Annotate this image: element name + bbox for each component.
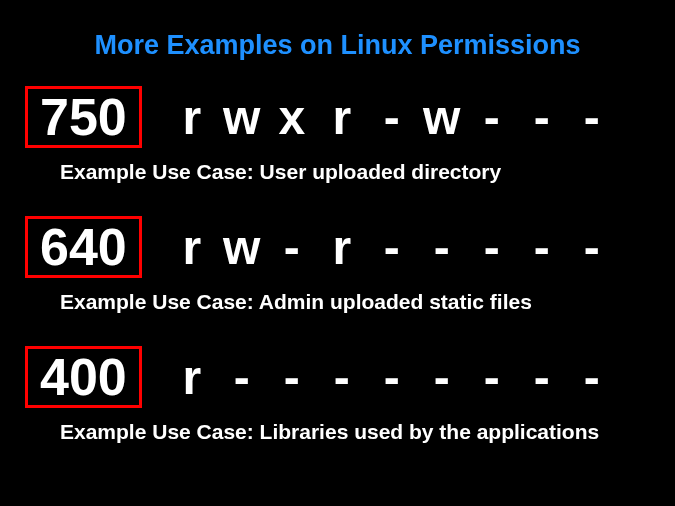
perm-char: r	[317, 90, 367, 145]
perm-char: -	[367, 90, 417, 145]
perm-char: r	[167, 220, 217, 275]
perm-char: -	[417, 350, 467, 405]
perm-char: -	[417, 220, 467, 275]
perm-char: -	[517, 350, 567, 405]
octal-box-2: 640	[25, 216, 142, 278]
use-case-1: Example Use Case: User uploaded director…	[0, 160, 675, 184]
perm-char: -	[567, 220, 617, 275]
perm-char: -	[567, 90, 617, 145]
perm-char: w	[417, 90, 467, 145]
permission-string-3: r--------	[167, 350, 617, 405]
perm-char: -	[517, 220, 567, 275]
perm-char: r	[167, 90, 217, 145]
perm-char: -	[467, 220, 517, 275]
example-row-3: 400 r--------	[0, 346, 675, 408]
perm-char: r	[167, 350, 217, 405]
perm-char: -	[367, 220, 417, 275]
octal-box-1: 750	[25, 86, 142, 148]
perm-char: -	[267, 220, 317, 275]
use-case-2: Example Use Case: Admin uploaded static …	[0, 290, 675, 314]
perm-char: w	[217, 90, 267, 145]
octal-box-3: 400	[25, 346, 142, 408]
perm-char: r	[317, 220, 367, 275]
perm-char: -	[467, 90, 517, 145]
example-row-1: 750 rwxr-w---	[0, 86, 675, 148]
perm-char: w	[217, 220, 267, 275]
example-row-2: 640 rw-r-----	[0, 216, 675, 278]
permission-string-1: rwxr-w---	[167, 90, 617, 145]
use-case-3: Example Use Case: Libraries used by the …	[0, 420, 675, 444]
perm-char: -	[467, 350, 517, 405]
perm-char: -	[367, 350, 417, 405]
perm-char: -	[517, 90, 567, 145]
octal-value-2: 640	[40, 218, 127, 276]
perm-char: -	[317, 350, 367, 405]
permission-string-2: rw-r-----	[167, 220, 617, 275]
octal-value-3: 400	[40, 348, 127, 406]
octal-value-1: 750	[40, 88, 127, 146]
perm-char: -	[567, 350, 617, 405]
perm-char: -	[217, 350, 267, 405]
perm-char: x	[267, 90, 317, 145]
perm-char: -	[267, 350, 317, 405]
slide-title: More Examples on Linux Permissions	[0, 0, 675, 86]
